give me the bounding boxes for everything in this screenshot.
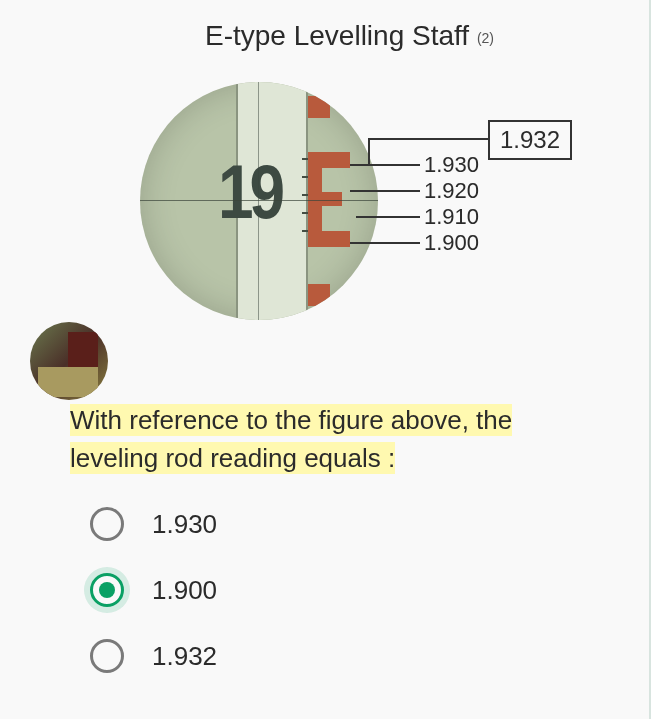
leader-line xyxy=(350,164,420,166)
leader-line xyxy=(356,216,420,218)
leader-line xyxy=(350,190,420,192)
question-text: With reference to the figure above, the … xyxy=(70,402,619,477)
option-2[interactable]: 1.932 xyxy=(90,639,619,673)
option-label: 1.932 xyxy=(152,641,217,672)
radio-icon xyxy=(90,639,124,673)
crosshair-vertical xyxy=(258,82,259,320)
option-1[interactable]: 1.900 xyxy=(90,573,619,607)
staff-tick xyxy=(302,230,308,232)
question-line-2: leveling rod reading equals : xyxy=(70,442,395,474)
radio-icon xyxy=(90,507,124,541)
figure: 19 1.932 1.930 1.920 1.910 1.900 xyxy=(30,82,619,372)
option-0[interactable]: 1.930 xyxy=(90,507,619,541)
question-line-1: With reference to the figure above, the xyxy=(70,404,512,436)
crosshair-horizontal xyxy=(140,200,378,201)
staff-block-bottom xyxy=(308,284,330,306)
staff-tick xyxy=(302,158,308,160)
answer-options: 1.930 1.900 1.932 xyxy=(90,507,619,673)
title-text: E-type Levelling Staff xyxy=(205,20,469,51)
leader-line xyxy=(350,242,420,244)
radio-icon xyxy=(90,573,124,607)
boxed-reading: 1.932 xyxy=(488,120,572,160)
page-title: E-type Levelling Staff (2) xyxy=(80,20,619,52)
graduation-label: 1.920 xyxy=(424,178,479,204)
leader-line xyxy=(368,138,370,164)
telescope-view: 19 xyxy=(140,82,378,320)
leader-line xyxy=(368,138,488,140)
option-label: 1.930 xyxy=(152,509,217,540)
graduation-label: 1.930 xyxy=(424,152,479,178)
graduation-label: 1.910 xyxy=(424,204,479,230)
graduation-label: 1.900 xyxy=(424,230,479,256)
staff-tick xyxy=(302,212,308,214)
staff-tick xyxy=(302,176,308,178)
staff-block-top xyxy=(308,96,330,118)
staff-big-number: 19 xyxy=(218,154,281,231)
title-annotation: (2) xyxy=(477,30,494,46)
option-label: 1.900 xyxy=(152,575,217,606)
avatar xyxy=(30,322,108,400)
staff-tick xyxy=(302,194,308,196)
